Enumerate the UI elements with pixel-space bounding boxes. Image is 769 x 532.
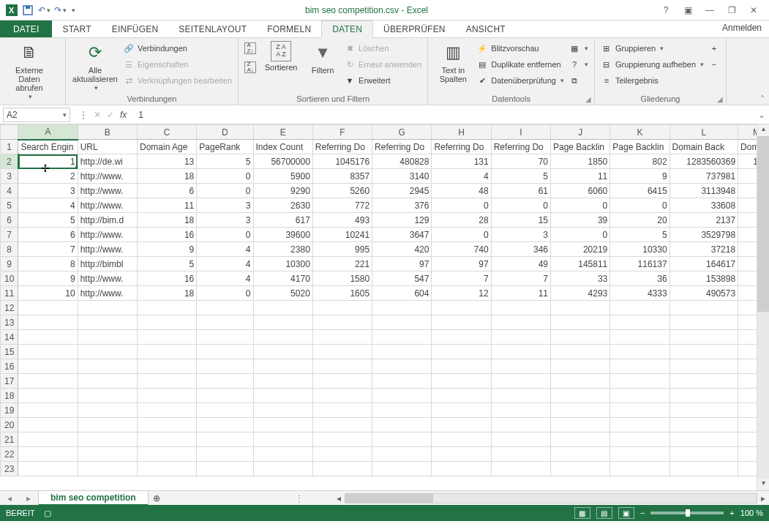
cell[interactable] [312, 389, 372, 403]
zoom-slider[interactable] [650, 512, 724, 514]
cell[interactable]: 5 [18, 213, 78, 228]
column-header[interactable]: K [610, 125, 669, 140]
cell[interactable] [312, 359, 372, 374]
cell[interactable] [372, 462, 432, 476]
cell[interactable]: PageRank [197, 140, 253, 154]
row-header[interactable]: 17 [1, 374, 18, 389]
cell[interactable] [551, 301, 610, 315]
row-header[interactable]: 8 [1, 242, 18, 257]
view-pagelayout-button[interactable]: ▤ [596, 507, 612, 519]
cell[interactable] [372, 432, 432, 447]
row-header[interactable]: 16 [1, 359, 18, 374]
whatif-button[interactable]: ?▾ [569, 57, 588, 72]
cell[interactable]: 737981 [669, 169, 738, 184]
cell[interactable] [78, 301, 137, 315]
cell[interactable] [491, 432, 550, 447]
cell[interactable] [18, 432, 78, 447]
cell[interactable]: 153898 [669, 271, 738, 286]
scroll-down-button[interactable]: ▾ [757, 479, 769, 490]
cell[interactable] [491, 315, 550, 330]
tab-start[interactable]: START [52, 20, 101, 37]
row-header[interactable]: 14 [1, 330, 18, 345]
cell[interactable] [18, 447, 78, 462]
zoom-level[interactable]: 100 % [740, 509, 763, 517]
cell[interactable] [312, 403, 372, 418]
view-pagebreak-button[interactable]: ▣ [618, 507, 634, 519]
tab-file[interactable]: DATEI [0, 20, 52, 37]
cell[interactable] [18, 345, 78, 359]
save-icon[interactable] [22, 4, 34, 16]
cell[interactable]: 56700000 [253, 154, 312, 169]
help-button[interactable]: ? [658, 5, 674, 15]
cell[interactable] [197, 447, 253, 462]
cell[interactable]: Domain Back [669, 140, 738, 154]
advanced-filter-button[interactable]: ▼Erweitert [344, 73, 421, 88]
cell[interactable] [669, 447, 738, 462]
cell[interactable]: 4 [197, 271, 253, 286]
cell[interactable] [432, 432, 491, 447]
cell[interactable] [137, 345, 196, 359]
cell[interactable]: http://www. [78, 198, 137, 213]
cell[interactable]: 4 [18, 198, 78, 213]
cell[interactable]: 6 [137, 184, 196, 198]
cell[interactable] [312, 315, 372, 330]
cell[interactable] [491, 403, 550, 418]
cell[interactable]: 3 [197, 198, 253, 213]
cell[interactable]: 2137 [669, 213, 738, 228]
column-header[interactable]: F [312, 125, 372, 140]
cell[interactable] [610, 389, 669, 403]
cell[interactable]: 802 [610, 154, 669, 169]
cell[interactable] [432, 374, 491, 389]
worksheet-grid[interactable]: ABCDEFGHIJKLM 1Search EnginURLDomain Age… [0, 124, 769, 490]
cell[interactable] [253, 359, 312, 374]
zoom-out-button[interactable]: − [640, 509, 645, 517]
scroll-right-button[interactable]: ▸ [757, 493, 769, 503]
cell[interactable]: 129 [372, 213, 432, 228]
cell[interactable] [18, 330, 78, 345]
relationships-button[interactable]: ⧉ [569, 73, 588, 88]
cell[interactable]: 33 [551, 271, 610, 286]
cell[interactable] [78, 432, 137, 447]
cell[interactable] [610, 330, 669, 345]
cell[interactable]: 346 [491, 242, 550, 257]
cell[interactable]: 15 [491, 213, 550, 228]
cell[interactable] [137, 301, 196, 315]
cell[interactable] [610, 447, 669, 462]
view-normal-button[interactable]: ▦ [574, 507, 590, 519]
cell[interactable] [432, 315, 491, 330]
cell[interactable]: 420 [372, 242, 432, 257]
cell[interactable]: 0 [432, 228, 491, 242]
vscroll-thumb[interactable] [757, 136, 769, 312]
cell[interactable]: 18 [137, 286, 196, 301]
cell[interactable] [253, 403, 312, 418]
cell[interactable]: 8 [18, 257, 78, 271]
cell[interactable]: Referring Do [432, 140, 491, 154]
row-header[interactable]: 6 [1, 213, 18, 228]
cell[interactable]: 9 [610, 169, 669, 184]
cell[interactable] [551, 403, 610, 418]
cell[interactable]: 9 [18, 271, 78, 286]
column-header[interactable]: E [253, 125, 312, 140]
cell[interactable] [491, 462, 550, 476]
cell[interactable] [78, 315, 137, 330]
cell[interactable] [551, 330, 610, 345]
cell[interactable]: 6060 [551, 184, 610, 198]
scroll-left-button[interactable]: ◂ [333, 493, 345, 503]
column-header[interactable]: J [551, 125, 610, 140]
data-validation-button[interactable]: ✔Datenüberprüfung▾ [476, 73, 564, 88]
column-header[interactable]: L [669, 125, 738, 140]
cell[interactable] [551, 432, 610, 447]
cell[interactable] [197, 330, 253, 345]
cell[interactable]: 13 [137, 154, 196, 169]
cell[interactable] [491, 359, 550, 374]
cell[interactable]: 145811 [551, 257, 610, 271]
macro-record-icon[interactable]: ▢ [44, 509, 51, 518]
cell[interactable]: 4 [197, 257, 253, 271]
redo-icon[interactable]: ↷▾ [54, 4, 66, 16]
cell[interactable] [551, 345, 610, 359]
cell[interactable] [491, 301, 550, 315]
cell[interactable]: 2630 [253, 198, 312, 213]
cell[interactable] [669, 330, 738, 345]
flash-fill-button[interactable]: ⚡Blitzvorschau [476, 41, 564, 56]
cell[interactable]: 4 [197, 242, 253, 257]
